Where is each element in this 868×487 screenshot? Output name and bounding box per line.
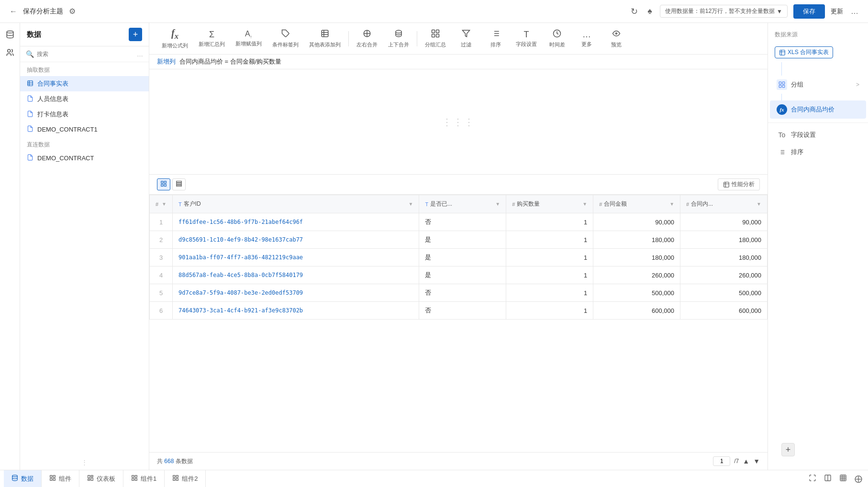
col-is-yes-type-icon: T [425,201,428,207]
svg-rect-21 [164,181,166,183]
tree-item-label: DEMO_CONTRACT [37,155,94,162]
svg-rect-27 [724,182,729,187]
add-field-button[interactable]: + [781,443,795,456]
cell-contract-amount: 500,000 [593,284,680,302]
col-avg-type-icon: # [686,201,689,207]
flow-icon[interactable]: ♠ [645,4,654,18]
back-icon[interactable]: ← [8,5,19,18]
toolbar-formula-col[interactable]: fx 新增公式列 [157,26,193,51]
toolbar-sum-col[interactable]: Σ 新增汇总列 [194,28,230,50]
prev-page-button[interactable]: ▲ [743,457,749,465]
settings-icon[interactable]: ⚙ [67,5,78,18]
toolbar-preview[interactable]: 预览 [602,27,631,50]
col-amount-sort-icon[interactable]: ▼ [669,201,674,207]
toolbar-filter[interactable]: 过滤 [452,27,480,50]
formula-item-label: 合同内商品均价 [791,105,835,114]
icon-sidebar [0,23,20,470]
perf-analysis-button[interactable]: 性能分析 [718,178,760,190]
page-input[interactable] [713,456,730,466]
tab-component[interactable]: 组件 [42,470,79,487]
data-usage-text: 使用数据量：前12万行，暂不支持全量数据 [665,7,775,15]
toolbar-assign-col[interactable]: A↑ 新增赋值列 [231,28,267,49]
add-data-button[interactable]: + [129,28,142,41]
group-sum-icon [431,29,440,40]
left-panel-title: 数据 [27,30,41,39]
toolbar-group-sum[interactable]: 分组汇总 [420,27,451,50]
sort-icon[interactable]: ▼ [162,201,167,207]
refresh-icon[interactable]: ↻ [629,4,640,19]
right-source-title: 数据来源 [768,29,868,43]
right-item-field-setting[interactable]: To 字段设置 [770,127,866,143]
tab-component1[interactable]: 组件1 [123,470,165,487]
tree-item-demo1[interactable]: DEMO_CONTRACT1 [20,122,149,137]
right-item-sort[interactable]: 排序 ↗ [770,143,866,161]
search-input[interactable] [37,51,134,57]
tab-data[interactable]: 数据 [4,470,42,487]
col-num: # ▼ [150,195,173,213]
list-view-button[interactable] [172,178,186,190]
split-view-button[interactable] [822,472,834,486]
svg-rect-51 [132,478,134,480]
toolbar-more[interactable]: … 更多 [572,28,601,50]
more-icon[interactable]: … [849,5,860,18]
group-arrow-icon: > [856,81,859,88]
svg-rect-50 [135,478,137,480]
toolbar-lr-merge[interactable]: 左右合并 [352,27,382,50]
right-divider [768,122,868,123]
tab-data-label: 数据 [21,475,33,483]
tab-component2-icon [172,475,179,483]
sigma-icon: Σ [209,30,214,40]
group-item-icon [777,79,787,90]
svg-rect-46 [91,478,93,480]
tab-component1-icon [131,475,138,483]
tree-item-contract-fact[interactable]: 合同事实表 [20,76,149,91]
toolbar-condition-tag[interactable]: 条件标签列 [267,27,303,50]
toolbar-tb-merge[interactable]: 上下合并 [383,27,414,50]
assign-icon: A↑ [245,30,252,39]
app-title: 保存分析主题 [23,7,63,16]
sidebar-icon-data[interactable] [2,27,18,42]
update-button[interactable]: 更新 [831,7,843,16]
left-panel: 数据 + 🔍 … 抽取数据 合同事实表 人员信息表 打卡信息表 [20,23,149,470]
tree-item-checkin[interactable]: 打卡信息表 [20,107,149,122]
cell-contract-amount: 260,000 [593,266,680,284]
tree-item-demo-contract[interactable]: DEMO_CONTRACT [20,151,149,166]
toolbar-sort-label: 排序 [490,41,501,48]
expand-table-button[interactable] [807,472,818,486]
source-tag[interactable]: XLS 合同事实表 [775,46,833,58]
drag-handle[interactable]: ⋮ [20,455,149,470]
tree-item-label: 人员信息表 [37,95,68,103]
next-page-button[interactable]: ▼ [753,457,760,465]
svg-point-6 [396,30,401,33]
toolbar-sum-col-label: 新增汇总列 [199,41,225,48]
tab-dashboard[interactable]: 仪表板 [79,470,123,487]
toolbar-time-diff[interactable]: 时间差 [543,27,571,50]
save-button[interactable]: 保存 [793,4,825,19]
toolbar-sort[interactable]: 排序 [481,27,510,50]
preview-icon [612,29,621,40]
toolbar-add-table[interactable]: 其他表添加列 [304,27,345,50]
sort-item-label: 排序 [791,148,803,156]
data-usage-button[interactable]: 使用数据量：前12万行，暂不支持全量数据 ▼ [660,5,788,18]
grid-view-button[interactable] [157,178,170,190]
cell-purchase-qty: 1 [506,249,593,266]
tab-component2[interactable]: 组件2 [165,470,206,487]
tree-item-personnel[interactable]: 人员信息表 [20,91,149,107]
col-is-yes-sort-icon[interactable]: ▼ [495,201,500,207]
formula-bar-label: 新增列 [157,57,176,66]
col-avg-sort-icon[interactable]: ▼ [757,201,761,207]
tree-item-label: 合同事实表 [37,79,68,88]
table-header-row: # ▼ T 客户ID ▼ [150,195,768,213]
more-search-icon[interactable]: … [137,51,143,58]
sidebar-icon-users[interactable] [2,45,18,60]
grid-view-end-button[interactable] [837,472,849,486]
col-is-yes: T 是否已... ▼ [419,195,506,213]
col-customer-sort-icon[interactable]: ▼ [408,201,413,207]
tab-dashboard-label: 仪表板 [97,475,115,483]
toolbar-field-set[interactable]: T 字段设置 [511,28,542,50]
right-item-formula[interactable]: fx 合同内商品均价 [770,100,866,119]
col-purchase-sort-icon[interactable]: ▼ [582,201,587,207]
fullscreen-button[interactable]: ⨁ [853,472,864,485]
header-right: ↻ ♠ 使用数据量：前12万行，暂不支持全量数据 ▼ 保存 更新 … [629,4,860,19]
right-item-group[interactable]: 分组 > [770,76,866,94]
